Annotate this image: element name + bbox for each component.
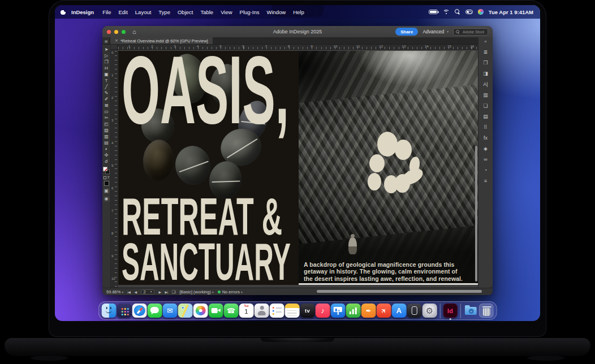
dock-icon-trash[interactable] [479, 304, 494, 318]
dock-icon-notes[interactable] [285, 304, 300, 318]
dock-icon-downloads[interactable]: ⌄ [464, 304, 478, 318]
gradient-feather-tool-icon[interactable]: ▥ [102, 133, 110, 140]
tab-overflow-icon[interactable]: ▦ [102, 37, 110, 44]
dock-icon-reminders[interactable] [270, 304, 284, 318]
preflight-profile[interactable]: [Basic] (working)▾ [180, 289, 214, 294]
type-tool-icon[interactable]: T [102, 77, 110, 84]
document-tab[interactable]: ✕ *Retreat Overview.indd @ 60% [GPU Prev… [110, 37, 213, 44]
next-page-button[interactable]: ▶ [158, 290, 161, 294]
wifi-icon[interactable] [443, 10, 450, 15]
last-page-button[interactable]: ▶| [165, 290, 168, 294]
stock-search-input[interactable] [462, 29, 485, 34]
dock-icon-messages[interactable] [148, 304, 162, 318]
layers-panel-icon[interactable]: ❏ [478, 101, 493, 112]
menu-app-name[interactable]: InDesign [71, 9, 94, 15]
siri-icon[interactable] [478, 9, 484, 15]
color-panel-icon[interactable]: ◔ [478, 166, 493, 176]
dock-icon-contacts[interactable] [255, 304, 269, 318]
previous-page-button[interactable]: ◀ [134, 290, 136, 294]
dock-icon-finder[interactable] [102, 304, 117, 318]
adobe-stock-search[interactable] [453, 28, 488, 36]
workspace-switcher[interactable]: Advanced ▾ [422, 29, 449, 34]
container-affect-icon[interactable] [104, 176, 106, 179]
vertical-ruler[interactable]: 012345678910 [111, 50, 118, 288]
text-wrap-panel-icon[interactable]: ▤ [478, 112, 493, 123]
links-panel-icon[interactable]: ∞ [478, 155, 493, 166]
direct-selection-tool-icon[interactable]: ▷ [102, 53, 110, 59]
content-collector-tool-icon[interactable]: ▣ [102, 71, 110, 77]
first-page-button[interactable]: |◀ [127, 290, 130, 294]
dock-icon-facetime[interactable] [209, 304, 223, 318]
dock-icon-tv[interactable]: tv [300, 304, 315, 318]
menu-item-object[interactable]: Object [178, 9, 193, 15]
note-tool-icon[interactable]: ▤ [102, 140, 110, 146]
pencil-tool-icon[interactable]: ✐ [102, 96, 110, 102]
page-tool-icon[interactable]: ❐ [102, 59, 110, 65]
menu-item-plug-ins[interactable]: Plug-Ins [240, 9, 260, 15]
screen-mode-button[interactable]: ▣ [104, 188, 110, 194]
apple-menu-icon[interactable] [61, 9, 66, 15]
dock-icon-maps[interactable] [178, 304, 193, 318]
menu-item-window[interactable]: Window [266, 9, 286, 15]
align-panel-icon[interactable]: ⠿ [478, 123, 493, 133]
dock-icon-music[interactable]: ♪ [316, 304, 330, 318]
pen-tool-icon[interactable]: ✎ [102, 90, 110, 96]
battery-icon[interactable] [429, 10, 438, 14]
zoom-window-button[interactable] [122, 30, 126, 34]
zoom-level[interactable]: 59.86%▾ [106, 289, 123, 294]
paragraph-panel-icon[interactable]: ▥ [478, 90, 493, 101]
hand-tool-icon[interactable]: ✣ [102, 152, 110, 158]
text-affect-icon[interactable]: T [107, 176, 110, 179]
dock-icon-phone[interactable]: ☎ [224, 304, 239, 318]
menu-item-layout[interactable]: Layout [135, 9, 152, 15]
fill-stroke-swatches[interactable] [103, 167, 110, 174]
line-tool-icon[interactable]: ╱ [102, 84, 110, 90]
fill-none-swatch[interactable] [103, 167, 107, 171]
rectangle-tool-icon[interactable]: ▭ [102, 109, 110, 115]
menu-item-help[interactable]: Help [293, 9, 304, 15]
left-page[interactable]: OASIS, RETREAT & SANCTUARY [118, 51, 299, 285]
pages-panel-icon[interactable]: ❐ [478, 58, 493, 69]
dock-icon-mail[interactable]: ✉ [163, 304, 178, 318]
menu-item-type[interactable]: Type [158, 9, 170, 15]
dock-icon-keynote[interactable] [331, 304, 346, 318]
free-transform-tool-icon[interactable]: ◰ [102, 121, 110, 127]
vertical-scrollbar[interactable] [475, 146, 477, 281]
dock-icon-launchpad[interactable] [117, 304, 132, 318]
dock-icon-iphone-mirroring[interactable] [407, 304, 422, 318]
right-page[interactable]: A backdrop of geological magnificence gr… [299, 51, 478, 285]
dock-icon-safari[interactable] [132, 304, 147, 318]
horizontal-ruler[interactable]: 12345678910111213141516 [111, 45, 478, 50]
minimize-window-button[interactable] [114, 30, 118, 34]
dock-icon-calendar[interactable]: Tue1 [239, 304, 254, 318]
dock-icon-photos[interactable] [193, 304, 208, 318]
preview-mode-button[interactable]: ◉ [104, 196, 110, 202]
control-center-icon[interactable] [465, 10, 473, 15]
gradient-tool-icon[interactable]: ▨ [102, 127, 110, 133]
eyedropper-tool-icon[interactable]: ◗ [102, 146, 110, 152]
character-panel-icon[interactable]: A| [478, 80, 493, 90]
dock-icon-system-settings[interactable]: ⚙ [422, 304, 437, 318]
menu-item-file[interactable]: File [102, 9, 111, 15]
frame-tool-icon[interactable]: ⊠ [102, 102, 110, 109]
selection-tool-icon[interactable]: ➤ [102, 46, 110, 53]
tab-close-icon[interactable]: ✕ [115, 38, 118, 43]
dock-icon-numbers[interactable] [346, 304, 361, 318]
document-canvas[interactable]: OASIS, RETREAT & SANCTUARY [118, 50, 478, 287]
preflight-status[interactable]: No errors▾ [218, 289, 243, 294]
menu-item-edit[interactable]: Edit [118, 9, 127, 15]
spotlight-search-icon[interactable] [455, 9, 460, 15]
menu-item-view[interactable]: View [221, 9, 232, 15]
menu-clock[interactable]: Tue Apr 1 9:41AM [489, 9, 533, 15]
share-button[interactable]: Share [395, 28, 418, 36]
zoom-tool-icon[interactable]: ☌ [102, 158, 110, 164]
preflight-icon[interactable]: ❏ [172, 289, 176, 294]
stroke-panel-icon[interactable]: ≡ [478, 176, 493, 187]
scissors-tool-icon[interactable]: ✂ [102, 115, 110, 121]
ruler-origin-box[interactable] [111, 45, 118, 50]
dock-icon-app-store[interactable]: A [392, 304, 407, 318]
formatting-affects-row[interactable]: T [104, 176, 110, 179]
object-styles-panel-icon[interactable]: ◈ [478, 144, 493, 155]
collapse-panels-icon[interactable]: « [484, 39, 486, 44]
dock-icon-rocket-app[interactable]: ✈ [377, 304, 391, 318]
